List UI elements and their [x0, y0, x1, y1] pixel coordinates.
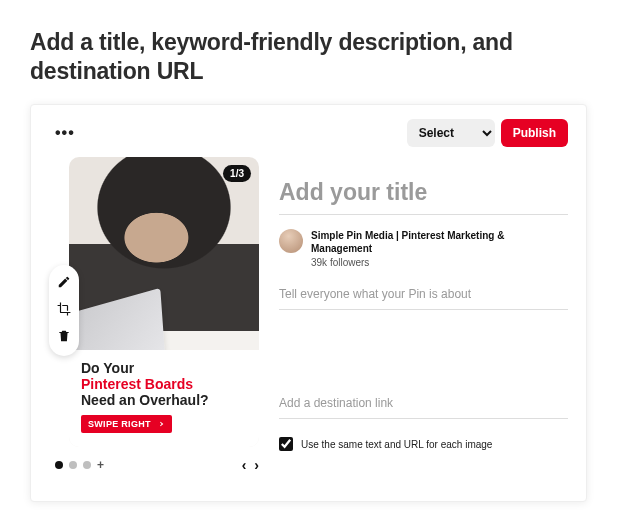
crop-icon	[57, 302, 71, 316]
more-menu-button[interactable]: •••	[49, 120, 81, 146]
swipe-right-label: SWIPE RIGHT	[88, 419, 151, 429]
board-select[interactable]: Select	[407, 119, 495, 147]
author-name: Simple Pin Media | Pinterest Marketing &…	[311, 229, 568, 256]
author-followers: 39k followers	[311, 256, 568, 270]
caption-line2: Pinterest Boards	[81, 376, 193, 392]
title-input[interactable]	[279, 175, 568, 215]
trash-icon	[57, 329, 71, 343]
pin-caption-text: Do Your Pinterest Boards Need an Overhau…	[81, 360, 247, 408]
swipe-right-badge: SWIPE RIGHT	[81, 415, 172, 433]
page-heading: Add a title, keyword-friendly descriptio…	[30, 28, 587, 86]
top-bar: ••• Select Publish	[49, 119, 568, 147]
delete-tool-button[interactable]	[57, 329, 71, 346]
pager-arrows: ‹ ›	[242, 457, 259, 473]
pin-caption: Do Your Pinterest Boards Need an Overhau…	[69, 350, 259, 446]
pager-dot-2[interactable]	[69, 461, 77, 469]
preview-tools	[49, 265, 79, 356]
pencil-icon	[57, 275, 71, 289]
caption-line3: Need an Overhaul?	[81, 392, 209, 408]
description-input[interactable]	[279, 283, 568, 310]
caption-line1: Do Your	[81, 360, 134, 376]
pager-add-button[interactable]: +	[97, 458, 104, 472]
same-text-checkbox[interactable]	[279, 437, 293, 451]
pager-dot-3[interactable]	[83, 461, 91, 469]
pager-dots: +	[55, 458, 104, 472]
destination-link-input[interactable]	[279, 392, 568, 419]
pager-next-button[interactable]: ›	[254, 457, 259, 473]
pager-row: + ‹ ›	[49, 457, 259, 473]
author-text: Simple Pin Media | Pinterest Marketing &…	[311, 229, 568, 270]
pin-editor-card: ••• Select Publish 1/3 Do Your Pinterest…	[30, 104, 587, 502]
pin-preview[interactable]: 1/3 Do Your Pinterest Boards Need an Ove…	[69, 157, 259, 447]
same-text-label: Use the same text and URL for each image	[301, 439, 492, 450]
form-column: Simple Pin Media | Pinterest Marketing &…	[279, 157, 568, 473]
edit-tool-button[interactable]	[57, 275, 71, 292]
carousel-counter: 1/3	[223, 165, 251, 182]
same-text-checkbox-row[interactable]: Use the same text and URL for each image	[279, 437, 568, 451]
top-right-controls: Select Publish	[407, 119, 568, 147]
pager-dot-1[interactable]	[55, 461, 63, 469]
publish-button[interactable]: Publish	[501, 119, 568, 147]
author-row: Simple Pin Media | Pinterest Marketing &…	[279, 229, 568, 270]
editor-content: 1/3 Do Your Pinterest Boards Need an Ove…	[49, 157, 568, 473]
pager-prev-button[interactable]: ‹	[242, 457, 247, 473]
arrow-right-icon	[155, 419, 165, 429]
pin-preview-person	[69, 157, 259, 325]
preview-column: 1/3 Do Your Pinterest Boards Need an Ove…	[49, 157, 259, 473]
avatar	[279, 229, 303, 253]
crop-tool-button[interactable]	[57, 302, 71, 319]
